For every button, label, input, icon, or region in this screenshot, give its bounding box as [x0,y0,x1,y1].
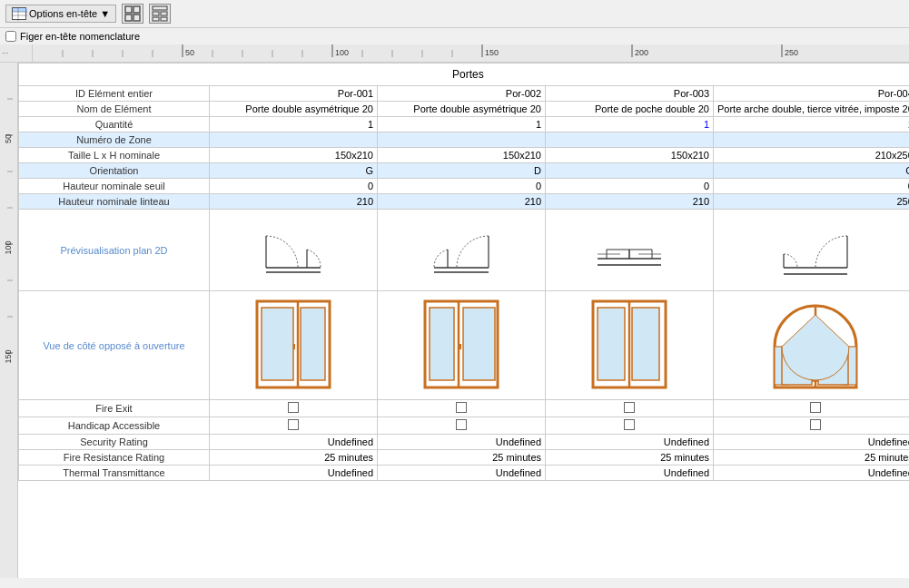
elevation-2 [378,291,546,400]
svg-rect-72 [262,308,293,380]
fire-exit-checkbox-3 [624,402,635,413]
qty-1: 1 [210,117,378,132]
size-label: Taille L x H nominale [19,148,210,163]
zone-label: Numéro de Zone [19,132,210,148]
options-label: Options en-tête [29,8,97,19]
fire-exit-2 [378,400,546,417]
handicap-1 [210,417,378,435]
svg-rect-9 [153,12,159,15]
freeze-header-row: Figer en-tête nomenclature [0,28,909,44]
thermal-2: Undefined [378,466,546,481]
door-elev-3-svg [588,297,670,392]
table-icon [12,7,26,20]
fire-exit-checkbox-1 [288,402,299,413]
elevation-1 [210,291,378,400]
svg-rect-77 [430,308,454,380]
id-row: ID Elément entier Por-001 Por-002 Por-00… [19,86,910,102]
qty-label: Quantité [19,117,210,132]
security-3: Undefined [546,435,714,450]
fire-exit-checkbox-2 [456,402,467,413]
sill-3: 0 [546,179,714,194]
svg-text:100: 100 [335,48,349,57]
svg-rect-11 [153,17,159,21]
thermal-1: Undefined [210,466,378,481]
table-settings-icon [152,5,168,22]
options-header-button[interactable]: Options en-tête ▼ [5,5,116,23]
preview-4 [714,210,910,291]
security-2: Undefined [378,435,546,450]
icon-btn-2[interactable] [149,4,171,24]
fire-exit-row: Fire Exit [19,400,910,417]
lintel-row: Hauteur nominale linteau 210 210 210 250 [19,194,910,210]
door-elev-1-svg [252,297,334,392]
main-area: 50 100 150 Portes ID Elément entier [0,63,909,578]
fire-resistance-row: Fire Resistance Rating 25 minutes 25 min… [19,450,910,466]
zone-4 [714,132,910,148]
orient-3 [546,163,714,179]
freeze-label: Figer en-tête nomenclature [20,31,140,42]
door-elev-4-svg [770,297,861,392]
name-col-3: Porte de poche double 20 [546,102,714,117]
elevation-row: Vue de côté opposé à ouverture [19,291,910,400]
elevation-label: Vue de côté opposé à ouverture [19,291,210,400]
lintel-4: 250 [714,194,910,210]
zone-1 [210,132,378,148]
thermal-label: Thermal Transmittance [19,466,210,481]
id-col-4: Por-004 [714,86,910,102]
fire-exit-3 [546,400,714,417]
svg-text:50: 50 [4,134,13,143]
preview-label: Prévisualisation plan 2D [19,210,210,291]
door-plan-4-svg [770,218,861,281]
door-plan-2-svg [416,218,507,281]
svg-rect-12 [161,17,167,21]
icon-btn-1[interactable] [122,4,143,24]
sill-4: 0 [714,179,910,194]
svg-text:100: 100 [4,240,13,254]
id-col-1: Por-001 [210,86,378,102]
svg-rect-13 [33,44,909,63]
sill-2: 0 [378,179,546,194]
name-col-2: Porte double asymétrique 20 [378,102,546,117]
svg-rect-10 [161,12,167,15]
ruler-corner: ... [0,44,33,63]
size-2: 150x210 [378,148,546,163]
door-plan-1-svg [248,218,339,281]
handicap-2 [378,417,546,435]
sill-row: Hauteur nominale seuil 0 0 0 0 [19,179,910,194]
handicap-3 [546,417,714,435]
preview-row: Prévisualisation plan 2D [19,210,910,291]
grid-icon [124,5,141,22]
name-label: Nom de Elément [19,102,210,117]
freeze-checkbox[interactable] [5,31,16,42]
svg-text:150: 150 [4,349,13,363]
svg-text:200: 200 [635,48,648,57]
thermal-row: Thermal Transmittance Undefined Undefine… [19,466,910,481]
schedule-table: Portes ID Elément entier Por-001 Por-002… [18,63,909,481]
lintel-3: 210 [546,194,714,210]
lintel-2: 210 [378,194,546,210]
elevation-3 [546,291,714,400]
svg-rect-73 [301,308,325,380]
lintel-1: 210 [210,194,378,210]
security-row: Security Rating Undefined Undefined Unde… [19,435,910,450]
fire-resistance-2: 25 minutes [378,450,546,466]
svg-rect-82 [598,308,625,380]
size-3: 150x210 [546,148,714,163]
schedule-wrapper[interactable]: Portes ID Elément entier Por-001 Por-002… [18,63,909,578]
fire-resistance-3: 25 minutes [546,450,714,466]
qty-2: 1 [378,117,546,132]
dropdown-arrow: ▼ [100,8,110,19]
fire-exit-checkbox-4 [810,402,821,413]
fire-resistance-1: 25 minutes [210,450,378,466]
zone-row: Numéro de Zone [19,132,910,148]
handicap-row: Handicap Accessible [19,417,910,435]
toolbar: Options en-tête ▼ [0,0,909,28]
svg-text:50: 50 [185,48,194,57]
name-col-1: Porte double asymétrique 20 [210,102,378,117]
security-label: Security Rating [19,435,210,450]
fire-resistance-4: 25 minutes [714,450,910,466]
svg-text:250: 250 [785,48,798,57]
handicap-label: Handicap Accessible [19,417,210,435]
handicap-4 [714,417,910,435]
ruler-left: 50 100 150 [0,63,18,578]
